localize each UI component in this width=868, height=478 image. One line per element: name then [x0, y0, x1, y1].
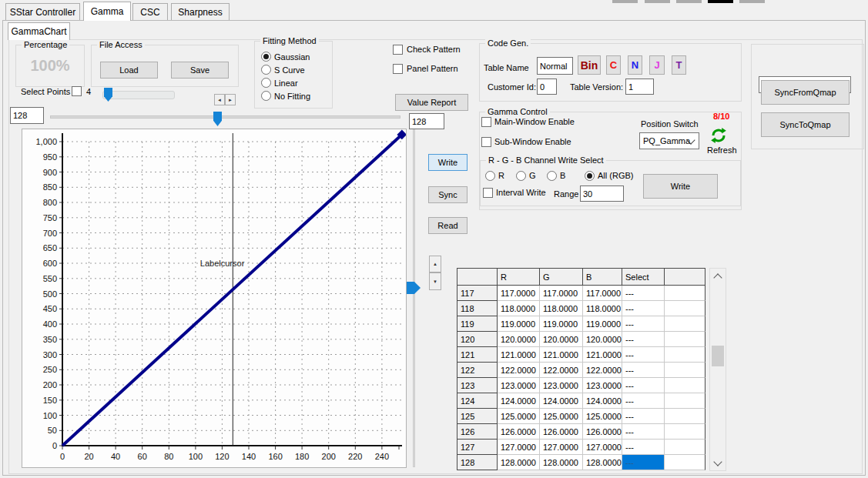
truncated-button-bar: [739, 0, 765, 3]
tab-sharpness[interactable]: Sharpness: [171, 3, 230, 20]
tab-label: Sharpness: [178, 7, 222, 18]
tab-csc[interactable]: CSC: [132, 3, 168, 20]
truncated-button-bar: [612, 0, 638, 3]
tab-gamma[interactable]: Gamma: [83, 2, 131, 21]
tab-label: Gamma: [91, 6, 124, 17]
truncated-button-bar: [645, 0, 670, 3]
subtab-gammachart[interactable]: GammaChart: [8, 22, 70, 40]
tab-label: CSC: [140, 7, 159, 18]
gammachart-page: [8, 39, 863, 474]
tab-label: SStar Controller: [10, 7, 75, 18]
subtab-label: GammaChart: [11, 26, 66, 37]
truncated-button-bar: [676, 0, 702, 3]
truncated-button-bar: [708, 0, 733, 3]
tab-sstar-controller[interactable]: SStar Controller: [5, 3, 80, 20]
